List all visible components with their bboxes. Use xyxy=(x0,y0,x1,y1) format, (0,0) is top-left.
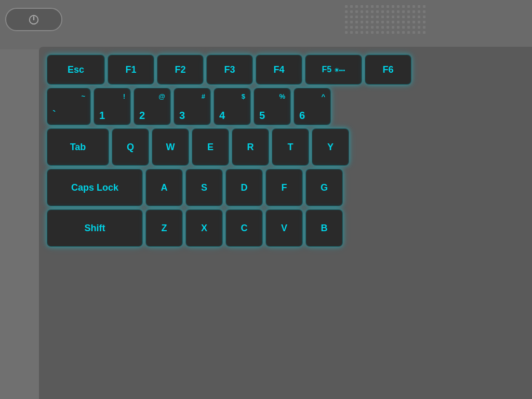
key-f5[interactable]: F5 ☀▪▪▪ xyxy=(305,55,362,85)
key-5[interactable]: % 5 xyxy=(254,88,291,125)
key-f[interactable]: F xyxy=(265,169,303,206)
key-c[interactable]: C xyxy=(225,209,263,247)
key-6[interactable]: ^ 6 xyxy=(294,88,331,125)
function-row: Esc F1 F2 F3 F4 F5 ☀▪▪▪ F6 xyxy=(47,55,524,85)
key-f3[interactable]: F3 xyxy=(206,55,253,85)
key-r[interactable]: R xyxy=(232,128,269,166)
key-esc[interactable]: Esc xyxy=(47,55,105,85)
key-b[interactable]: B xyxy=(305,209,343,247)
key-caps-lock[interactable]: Caps Lock xyxy=(47,169,143,206)
key-f1[interactable]: F1 xyxy=(108,55,154,85)
top-bar: // Will be rendered by JS below xyxy=(0,0,532,49)
number-row: ~ ` ! 1 @ 2 # 3 $ 4 xyxy=(47,88,524,125)
keyboard-area: Esc F1 F2 F3 F4 F5 ☀▪▪▪ F6 xyxy=(39,47,532,399)
key-x[interactable]: X xyxy=(185,209,223,247)
zxcv-row: Shift Z X C V B xyxy=(47,209,524,247)
speaker-grille: // Will be rendered by JS below xyxy=(345,5,428,36)
power-button[interactable] xyxy=(5,8,62,31)
key-f2[interactable]: F2 xyxy=(157,55,204,85)
key-t[interactable]: T xyxy=(272,128,309,166)
key-y[interactable]: Y xyxy=(312,128,349,166)
key-4[interactable]: $ 4 xyxy=(214,88,251,125)
key-s[interactable]: S xyxy=(185,169,223,206)
laptop-body: // Will be rendered by JS below Esc F1 F… xyxy=(0,0,532,399)
key-3[interactable]: # 3 xyxy=(174,88,211,125)
keyboard: Esc F1 F2 F3 F4 F5 ☀▪▪▪ F6 xyxy=(47,55,524,247)
key-v[interactable]: V xyxy=(265,209,303,247)
key-w[interactable]: W xyxy=(152,128,189,166)
key-a[interactable]: A xyxy=(145,169,183,206)
key-backtick[interactable]: ~ ` xyxy=(47,88,91,125)
key-1[interactable]: ! 1 xyxy=(94,88,131,125)
key-g[interactable]: G xyxy=(305,169,343,206)
key-d[interactable]: D xyxy=(225,169,263,206)
key-q[interactable]: Q xyxy=(112,128,149,166)
key-e[interactable]: E xyxy=(192,128,229,166)
key-f4[interactable]: F4 xyxy=(256,55,302,85)
key-2[interactable]: @ 2 xyxy=(134,88,171,125)
key-f6[interactable]: F6 xyxy=(365,55,411,85)
key-tab[interactable]: Tab xyxy=(47,128,109,166)
asdf-row: Caps Lock A S D F G xyxy=(47,169,524,206)
key-z[interactable]: Z xyxy=(145,209,183,247)
key-shift-left[interactable]: Shift xyxy=(47,209,143,247)
qwerty-row: Tab Q W E R T Y xyxy=(47,128,524,166)
